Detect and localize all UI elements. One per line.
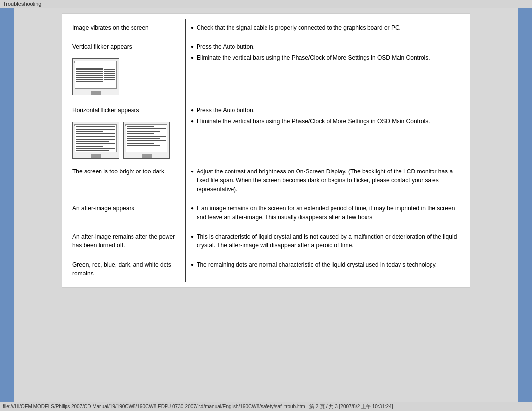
hbar-line — [76, 138, 103, 139]
bullet-text: Press the Auto button. — [197, 106, 255, 115]
bullet-item: Check that the signal cable is properly … — [191, 23, 460, 32]
monitor-sketch-vertical: Pl — [72, 58, 119, 95]
hbar-line — [127, 128, 166, 129]
horizontal-flicker-label: Horizontal flicker appears — [72, 106, 180, 115]
hbar-line — [76, 131, 103, 132]
bullet-item: Press the Auto button. — [191, 106, 460, 115]
right-cell: The remaining dots are normal characteri… — [186, 256, 465, 282]
vbar-line — [104, 73, 115, 74]
hbar-line — [127, 140, 166, 141]
hbar-line — [76, 136, 115, 137]
vbar-line — [104, 77, 115, 78]
hbar-line — [76, 129, 115, 130]
bullet-text: The remaining dots are normal characteri… — [197, 260, 437, 269]
hbar-line — [76, 145, 115, 146]
sketches-row: Pl — [72, 119, 180, 159]
troubleshooting-table: Image vibrates on the screen Check that … — [67, 19, 465, 282]
monitor-screen — [75, 61, 117, 89]
bullet-text: Eliminate the vertical bars using the Ph… — [197, 117, 430, 126]
hbar-line — [127, 138, 160, 139]
bullet-item: Eliminate the vertical bars using the Ph… — [191, 53, 460, 62]
problem-label: The screen is too bright or too dark — [72, 168, 164, 175]
vbar-line — [76, 68, 103, 68]
right-cell: Press the Auto button. Eliminate the ver… — [186, 38, 465, 102]
vbar-line — [76, 77, 103, 78]
vbar-line — [76, 71, 103, 72]
bullet-item: Eliminate the vertical bars using the Ph… — [191, 117, 460, 126]
page-content: Image vibrates on the screen Check that … — [62, 13, 470, 288]
top-bar-label: Troubleshooting — [3, 1, 41, 7]
right-cell: Press the Auto button. Eliminate the ver… — [186, 102, 465, 163]
hbar-line — [76, 146, 103, 147]
vbar-line — [76, 75, 103, 76]
vbar-line — [76, 69, 103, 70]
monitor-screen — [75, 124, 117, 152]
bullet-item: If an image remains on the screen for an… — [191, 204, 460, 222]
hbar-container — [75, 125, 116, 152]
bullet-item: Press the Auto button. — [191, 42, 460, 51]
hbar-line — [76, 139, 115, 140]
right-cell: This is characteristic of liquid crystal… — [186, 228, 465, 256]
vbar-line — [104, 71, 115, 72]
bullet-text: Check that the signal cable is properly … — [197, 23, 401, 32]
bullet-item: This is characteristic of liquid crystal… — [191, 232, 460, 250]
vbar-group — [76, 68, 103, 82]
left-cell: An after-image remains after the power h… — [67, 228, 186, 256]
hbar-line — [76, 128, 109, 129]
left-cell-image: Horizontal flicker appears Pl — [67, 102, 186, 163]
right-cell: If an image remains on the screen for an… — [186, 200, 465, 228]
bullet-text: Eliminate the vertical bars using the Ph… — [197, 53, 430, 62]
left-cell: Image vibrates on the screen — [67, 19, 186, 38]
bullet-text: If an image remains on the screen for an… — [197, 204, 460, 222]
hbar-line — [76, 126, 115, 127]
table-row: Green, red, blue, dark, and white dots r… — [67, 256, 465, 282]
bullet-text: This is characteristic of liquid crystal… — [197, 232, 460, 250]
table-row: An after-image appears If an image remai… — [67, 200, 465, 228]
right-cell: Check that the signal cable is properly … — [186, 19, 465, 38]
vbar-line — [76, 73, 103, 74]
hbar-line — [76, 148, 115, 149]
bullet-text: Adjust the contrast and brightness on On… — [197, 167, 460, 194]
left-cell: Green, red, blue, dark, and white dots r… — [67, 256, 186, 282]
monitor-stand — [91, 154, 101, 158]
bullet-text: Press the Auto button. — [197, 42, 255, 51]
vbar-container — [75, 61, 116, 88]
problem-label: An after-image appears — [72, 205, 134, 212]
bottom-bar: file:///Hi/OEM MODELS/Philips 2007/CD Ma… — [0, 402, 532, 411]
right-cell: Adjust the contrast and brightness on On… — [186, 163, 465, 200]
top-bar: Troubleshooting — [0, 0, 532, 8]
left-cell-image: Vertical flicker appears Pl — [67, 38, 186, 102]
left-sidebar — [0, 8, 14, 402]
problem-label: An after-image remains after the power h… — [72, 233, 175, 249]
hbar-line — [76, 141, 109, 142]
hbar-line — [127, 133, 154, 134]
bottom-bar-path: file:///Hi/OEM MODELS/Philips 2007/CD Ma… — [3, 404, 393, 409]
vbar-line — [76, 79, 103, 80]
table-row: An after-image remains after the power h… — [67, 228, 465, 256]
vbar-line — [76, 81, 103, 82]
hbar-line — [127, 131, 160, 132]
monitor-stand — [91, 91, 101, 95]
hbar-line — [127, 136, 166, 137]
table-row: Image vibrates on the screen Check that … — [67, 19, 465, 38]
vbar-line — [104, 69, 115, 70]
hbar-line — [127, 143, 154, 144]
monitor-screen — [126, 124, 167, 152]
monitor-sketch-horizontal-2: Pl — [123, 122, 170, 159]
hbar-line — [76, 143, 115, 144]
left-cell: An after-image appears — [67, 200, 186, 228]
left-cell: The screen is too bright or too dark — [67, 163, 186, 200]
hbar-line — [127, 145, 160, 146]
vbar-line — [104, 75, 115, 76]
table-row: Vertical flicker appears Pl — [67, 38, 465, 102]
vertical-flicker-label: Vertical flicker appears — [72, 42, 180, 51]
table-row: Horizontal flicker appears Pl — [67, 102, 465, 163]
table-row: The screen is too bright or too dark Adj… — [67, 163, 465, 200]
bullet-item: The remaining dots are normal characteri… — [191, 260, 460, 269]
content-area: Image vibrates on the screen Check that … — [14, 8, 518, 402]
hbar-container — [126, 125, 167, 152]
problem-label: Image vibrates on the screen — [72, 24, 149, 31]
main-container: Image vibrates on the screen Check that … — [0, 8, 532, 402]
problem-label: Green, red, blue, dark, and white dots r… — [72, 261, 171, 277]
monitor-stand — [142, 154, 152, 158]
